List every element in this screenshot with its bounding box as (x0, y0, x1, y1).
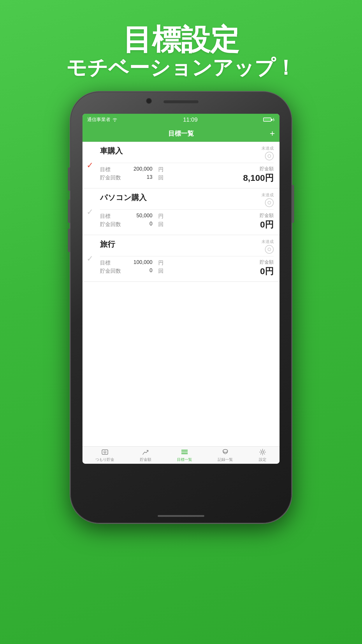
goal-item-3[interactable]: ✓ 旅行 未達成 (82, 235, 280, 282)
count-label-2: 貯金回数 (100, 221, 123, 228)
goal-name-3: 旅行 (100, 239, 115, 249)
target-unit-1: 円 (158, 166, 164, 173)
goal-content-3: 旅行 未達成 目標 100,000 (100, 239, 274, 277)
goal-left-2: 目標 50,000 円 貯金回数 0 回 (100, 213, 164, 228)
tab-mokuhyo[interactable]: 目標一覧 (177, 448, 192, 462)
count-value-3: 0 (129, 267, 152, 274)
goal-header-2: パソコン購入 未達成 (100, 192, 274, 207)
goal-status-inner-1 (268, 154, 271, 158)
nav-title: 目標一覧 (168, 129, 194, 138)
savings-amount-1: 8,100円 (243, 172, 274, 184)
goal-status-icon-2 (265, 198, 274, 207)
kiroku-icon (221, 448, 229, 456)
speaker (164, 100, 198, 103)
tab-tsumori[interactable]: ¥ つもり貯金 (95, 448, 114, 462)
savings-amount-2: 0円 (260, 219, 274, 231)
goal-target-row-2: 目標 50,000 円 (100, 213, 164, 220)
tab-kiroku[interactable]: 記録一覧 (218, 448, 233, 462)
savings-label-3: 貯金額 (260, 259, 274, 265)
bottom-bar (158, 515, 204, 517)
goal-header-3: 旅行 未達成 (100, 239, 274, 254)
count-value-1: 13 (129, 174, 152, 181)
svg-rect-7 (183, 452, 188, 452)
count-value-2: 0 (129, 221, 152, 228)
goal-item-2[interactable]: ✓ パソコン購入 未達成 (82, 188, 280, 235)
goal-right-3: 貯金額 0円 (260, 259, 274, 277)
phone-screen: 通信事業者 11:09 目標一 (82, 114, 280, 464)
status-left: 通信事業者 (87, 117, 117, 123)
goal-left-3: 目標 100,000 円 貯金回数 0 回 (100, 259, 164, 274)
tab-mokuhyo-label: 目標一覧 (177, 457, 192, 462)
goal-details-1: 目標 200,000 円 貯金回数 13 回 貯金額 (100, 166, 274, 184)
goal-status-label-1: 未達成 (261, 146, 274, 151)
page-subtitle: モチベーションアップ！ (66, 55, 296, 80)
goal-status-inner-3 (268, 248, 271, 251)
goal-name-2: パソコン購入 (100, 192, 147, 203)
count-label-3: 貯金回数 (100, 267, 123, 274)
target-label-1: 目標 (100, 166, 123, 173)
savings-amount-3: 0円 (260, 265, 274, 277)
goal-status-area-1: 未達成 (261, 146, 274, 160)
goal-count-row-2: 貯金回数 0 回 (100, 221, 164, 228)
goal-check-1: ✓ (87, 160, 93, 170)
bolt-icon (273, 118, 275, 122)
carrier-text: 通信事業者 (87, 117, 110, 123)
goal-left-1: 目標 200,000 円 貯金回数 13 回 (100, 166, 164, 181)
tab-chokingaku[interactable]: 貯金額 (140, 448, 151, 462)
goal-details-3: 目標 100,000 円 貯金回数 0 回 貯金額 (100, 259, 274, 277)
target-unit-3: 円 (158, 259, 164, 266)
goal-target-row-3: 目標 100,000 円 (100, 259, 164, 266)
page-title: 目標設定 (66, 23, 296, 55)
target-value-2: 50,000 (129, 213, 152, 220)
tab-settings[interactable]: 設定 (259, 448, 267, 462)
svg-rect-6 (183, 450, 188, 451)
status-right (263, 118, 275, 122)
battery-fill (264, 118, 270, 121)
settings-icon (259, 448, 267, 456)
goal-count-row-3: 貯金回数 0 回 (100, 267, 164, 274)
goal-right-2: 貯金額 0円 (260, 213, 274, 231)
tsumori-icon: ¥ (101, 448, 109, 456)
goal-content-1: 車購入 未達成 目標 200,000 (100, 146, 274, 184)
camera (146, 98, 152, 104)
target-label-3: 目標 (100, 259, 123, 266)
count-unit-1: 回 (158, 174, 164, 181)
tab-tsumori-label: つもり貯金 (95, 457, 114, 462)
chokingaku-icon (142, 448, 150, 456)
goal-details-2: 目標 50,000 円 貯金回数 0 回 貯金額 (100, 213, 274, 231)
goal-check-3: ✓ (87, 253, 93, 263)
goal-content-2: パソコン購入 未達成 目標 50,000 (100, 192, 274, 231)
savings-label-1: 貯金額 (243, 166, 274, 172)
goal-target-row-1: 目標 200,000 円 (100, 166, 164, 173)
status-bar: 通信事業者 11:09 (82, 114, 280, 125)
tab-kiroku-label: 記録一覧 (218, 457, 233, 462)
goal-divider-3 (100, 256, 274, 256)
goal-status-label-3: 未達成 (261, 239, 274, 244)
goal-count-row-1: 貯金回数 13 回 (100, 174, 164, 181)
battery-icon (263, 118, 271, 122)
target-value-1: 200,000 (129, 166, 152, 173)
svg-rect-8 (183, 453, 188, 454)
svg-point-10 (223, 449, 228, 452)
count-unit-2: 回 (158, 221, 164, 228)
svg-point-11 (261, 451, 264, 453)
tab-chokingaku-label: 貯金額 (140, 457, 151, 462)
header-section: 目標設定 モチベーションアップ！ (66, 23, 296, 80)
nav-bar: 目標一覧 + (82, 125, 280, 142)
goal-item-1[interactable]: ✓ 車購入 未達成 (82, 142, 280, 188)
count-label-1: 貯金回数 (100, 174, 123, 181)
goal-status-icon-3 (265, 245, 274, 254)
goal-divider-2 (100, 209, 274, 210)
count-unit-3: 回 (158, 267, 164, 274)
target-value-3: 100,000 (129, 259, 152, 266)
goal-status-inner-2 (268, 201, 271, 204)
target-label-2: 目標 (100, 213, 123, 220)
add-button[interactable]: + (270, 129, 275, 139)
goal-status-area-2: 未達成 (261, 192, 274, 207)
tab-bar: ¥ つもり貯金 貯金額 (82, 446, 280, 464)
status-time: 11:09 (183, 116, 198, 123)
goal-divider-1 (100, 163, 274, 163)
goal-header-1: 車購入 未達成 (100, 146, 274, 160)
content-area: ✓ 車購入 未達成 (82, 142, 280, 446)
target-unit-2: 円 (158, 213, 164, 220)
